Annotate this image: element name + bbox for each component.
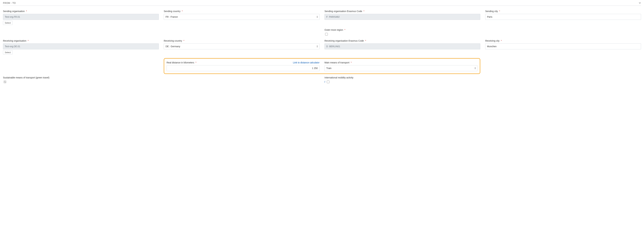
select-sending-org-button[interactable]: Select: [3, 21, 12, 25]
outer-region-field: Outer-most region *: [324, 28, 480, 36]
label: Outer-most region: [324, 28, 343, 31]
required-marker: *: [499, 10, 500, 12]
receiving-erasmus-input: [324, 43, 480, 49]
sending-erasmus-input: [324, 14, 480, 20]
sending-erasmus-field: Sending organisation Erasmus Code *: [324, 10, 480, 25]
distance-input[interactable]: [166, 65, 320, 71]
outer-region-checkbox[interactable]: [325, 33, 328, 35]
distance-field: Real distance in kilometers * Link to di…: [166, 61, 320, 71]
sending-city-field: Sending city *: [485, 10, 641, 25]
label: Sending country: [164, 10, 180, 12]
chevron-down-icon: [639, 2, 641, 4]
label: Main means of transport: [324, 61, 350, 64]
label: Receiving country: [164, 39, 182, 42]
info-icon[interactable]: i: [324, 81, 325, 83]
required-marker: *: [26, 10, 27, 12]
label: Sending organisation Erasmus Code: [324, 10, 362, 12]
label: Real distance in kilometers: [166, 61, 194, 64]
receiving-city-field: Receiving city *: [485, 39, 641, 54]
sending-organisation-input: [3, 14, 159, 20]
required-marker: *: [364, 10, 364, 12]
receiving-erasmus-field: Receiving organisation Erasmus Code *: [324, 39, 480, 54]
sending-row: Sending organisation * Select Sending co…: [3, 10, 641, 25]
intl-mobility-checkbox[interactable]: [327, 81, 330, 83]
required-marker: *: [196, 61, 196, 64]
intl-mobility-field: International mobility activity i: [324, 76, 641, 84]
distance-transport-row: Real distance in kilometers * Link to di…: [3, 58, 641, 74]
label: Receiving organisation: [3, 39, 26, 42]
distance-transport-highlight: Real distance in kilometers * Link to di…: [164, 58, 480, 74]
select-receiving-org-button[interactable]: Select: [3, 50, 12, 54]
label: Receiving city: [485, 39, 500, 42]
green-travel-checkbox: [4, 81, 6, 83]
receiving-country-select[interactable]: [164, 43, 320, 49]
outer-region-row: Outer-most region *: [3, 28, 641, 36]
section-title: FROM - TO: [3, 2, 16, 4]
required-marker: *: [182, 10, 182, 12]
required-marker: *: [501, 40, 502, 42]
receiving-organisation-field: Receiving organisation * Select: [3, 39, 159, 54]
label: Sending city: [485, 10, 498, 12]
transport-select[interactable]: [324, 65, 478, 71]
green-travel-field: Sustainable means of transport (green tr…: [3, 76, 320, 84]
required-marker: *: [365, 40, 366, 42]
label: International mobility activity: [324, 76, 354, 79]
transport-field: Main means of transport *: [324, 61, 478, 71]
section-header[interactable]: FROM - TO: [3, 0, 641, 6]
sending-country-field: Sending country *: [164, 10, 320, 25]
receiving-city-input[interactable]: [485, 43, 641, 49]
receiving-country-field: Receiving country *: [164, 39, 320, 54]
label: Sustainable means of transport (green tr…: [3, 76, 50, 79]
required-marker: *: [184, 40, 184, 42]
receiving-organisation-input: [3, 43, 159, 49]
required-marker: *: [351, 61, 352, 64]
bottom-row: Sustainable means of transport (green tr…: [3, 76, 641, 84]
sending-country-select[interactable]: [164, 14, 320, 20]
distance-calculator-link[interactable]: Link to distance calculator: [293, 61, 320, 64]
required-marker: *: [28, 40, 28, 42]
required-marker: *: [344, 29, 345, 31]
sending-organisation-field: Sending organisation * Select: [3, 10, 159, 25]
receiving-row: Receiving organisation * Select Receivin…: [3, 39, 641, 54]
label: Sending organisation: [3, 10, 25, 12]
label: Receiving organisation Erasmus Code: [324, 39, 364, 42]
sending-city-input[interactable]: [485, 14, 641, 20]
